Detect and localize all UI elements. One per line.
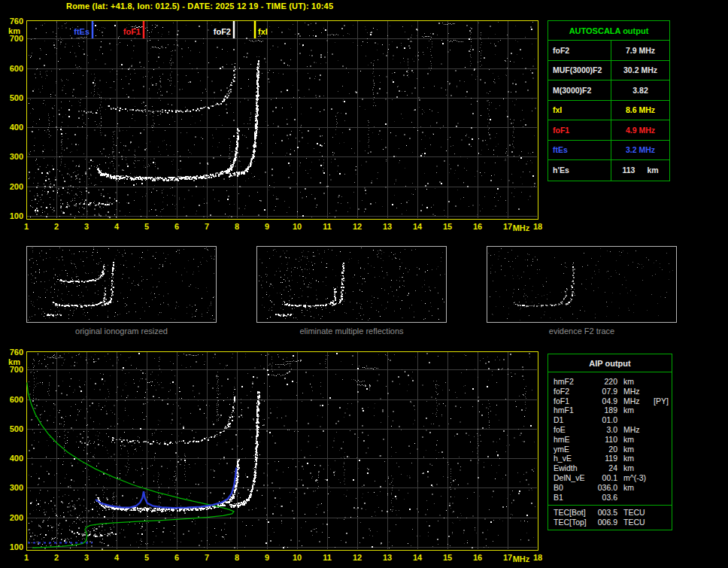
svg-text:100: 100 [10,542,23,551]
svg-text:10: 10 [293,553,302,562]
svg-text:300: 300 [10,483,23,492]
svg-text:760: 760 [10,17,23,26]
svg-text:17: 17 [503,553,512,562]
svg-text:5: 5 [144,222,149,231]
aip-row-DelN_vE: DelN_vE00.1m^(-3) [548,473,672,483]
autoscala-param-value: 113km [611,160,669,181]
autoscala-row-h'Es: h'Es113km [548,160,669,181]
svg-text:1: 1 [24,222,29,231]
autoscala-table-header: AUTOSCALA output [548,21,669,41]
svg-text:6: 6 [174,222,179,231]
aip-table-header: AIP output [548,354,672,372]
svg-text:500: 500 [10,93,23,102]
aip-table-rows: hmF2220kmfoF207.9MHzfoF104.9MHz[PY]hmF11… [548,372,672,527]
svg-text:7: 7 [205,222,209,231]
svg-text:MHz: MHz [513,554,530,563]
aip-row-TEC[Top]: TEC[Top]006.9TECU [548,518,672,527]
svg-text:600: 600 [10,395,23,404]
svg-text:200: 200 [10,513,23,522]
autoscala-param-value: 7.9 MHz [611,41,669,60]
autoscala-param-value: 30.2 MHz [611,61,669,80]
autoscala-param-label: foF1 [548,120,611,140]
svg-text:fxI: fxI [258,27,268,36]
thumbnail-caption-original: original ionogram resized [26,327,217,336]
ionogram-plot-top: 123456789101112131415161718MHz7607006005… [0,14,546,235]
svg-text:4: 4 [114,222,120,231]
aip-row-hmF2: hmF2220km [548,377,672,387]
autoscala-result-screen: Rome (lat: +41.8, lon: 012.5) - DATE: 20… [0,0,728,568]
svg-text:13: 13 [383,553,392,562]
aip-row-hmE: hmE110km [548,435,672,445]
svg-text:15: 15 [443,553,452,562]
svg-text:foF1: foF1 [123,27,141,36]
aip-row-B1: B103.6 [548,493,672,503]
svg-text:11: 11 [323,222,332,231]
aip-row-h_vE: h_vE119km [548,454,672,463]
aip-row-foF2: foF207.9MHz [548,387,672,396]
aip-row-D1: D101.0 [548,415,672,425]
autoscala-row-M(3000)F2: M(3000)F23.82 [548,80,669,101]
autoscala-row-MUF(3000)F2: MUF(3000)F230.2 MHz [548,61,669,81]
svg-text:14: 14 [413,222,423,231]
autoscala-param-label: ftEs [548,141,611,160]
ionogram-plot-bottom: 123456789101112131415161718MHz7607006005… [0,345,546,568]
svg-text:100: 100 [10,211,23,220]
svg-text:2: 2 [54,222,59,231]
aip-row-foE: foE3.0MHz [548,425,672,435]
svg-text:4: 4 [114,553,120,562]
svg-text:km: km [8,357,20,366]
aip-separator [548,505,672,506]
autoscala-param-value: 4.9 MHz [611,120,669,140]
svg-text:km: km [8,26,20,35]
svg-text:10: 10 [293,222,302,231]
aip-row-ymE: ymE20km [548,445,672,454]
autoscala-param-value: 8.6 MHz [611,101,669,120]
svg-text:700: 700 [10,365,23,374]
thumbnail-original-ionogram [26,246,217,323]
autoscala-param-value: 3.2 MHz [611,141,669,160]
svg-text:300: 300 [10,152,23,161]
svg-text:9: 9 [265,222,269,231]
autoscala-param-value: 3.82 [611,80,669,100]
svg-text:400: 400 [10,123,23,132]
autoscala-row-foF2: foF27.9 MHz [548,41,669,61]
aip-row-Ewidth: Ewidth24km [548,463,672,473]
svg-text:7: 7 [205,553,209,562]
svg-text:11: 11 [323,553,332,562]
svg-text:9: 9 [265,553,269,562]
svg-text:200: 200 [10,182,23,191]
aip-row-B0: B0036.0km [548,483,672,493]
svg-text:760: 760 [10,348,23,357]
autoscala-param-label: MUF(3000)F2 [548,61,611,80]
aip-row-TEC[Bot]: TEC[Bot]003.5TECU [548,508,672,518]
svg-text:17: 17 [503,222,512,231]
thumbnail-evidence-f2-image [487,247,676,322]
thumbnail-evidence-f2 [487,246,677,323]
autoscala-output-table: AUTOSCALA output foF27.9 MHzMUF(3000)F23… [548,20,670,181]
autoscala-param-label: foF2 [548,41,611,60]
autoscala-table-rows: foF27.9 MHzMUF(3000)F230.2 MHzM(3000)F23… [548,41,669,181]
thumbnail-original-image [27,247,216,322]
svg-text:2: 2 [54,553,59,562]
svg-text:1: 1 [24,553,29,562]
thumbnail-caption-evidence: evidence F2 trace [487,327,677,336]
svg-text:8: 8 [235,222,239,231]
autoscala-row-fxI: fxI8.6 MHz [548,101,669,121]
svg-text:5: 5 [144,553,149,562]
svg-text:16: 16 [473,553,482,562]
svg-text:18: 18 [533,222,542,231]
svg-text:18: 18 [533,553,542,562]
autoscala-param-label: M(3000)F2 [548,80,611,100]
svg-text:3: 3 [84,222,89,231]
autoscala-row-ftEs: ftEs3.2 MHz [548,141,669,161]
svg-text:8: 8 [235,553,239,562]
svg-text:3: 3 [84,553,89,562]
svg-text:MHz: MHz [513,223,530,232]
svg-text:500: 500 [10,424,23,433]
svg-text:foF2: foF2 [214,27,231,36]
aip-output-table: AIP output hmF2220kmfoF207.9MHzfoF104.9M… [548,354,672,530]
thumbnail-caption-eliminate: eliminate multiple reflections [256,327,447,336]
autoscala-row-foF1: foF14.9 MHz [548,120,669,141]
thumbnail-eliminate-multiples [256,246,447,323]
svg-text:400: 400 [10,454,23,463]
